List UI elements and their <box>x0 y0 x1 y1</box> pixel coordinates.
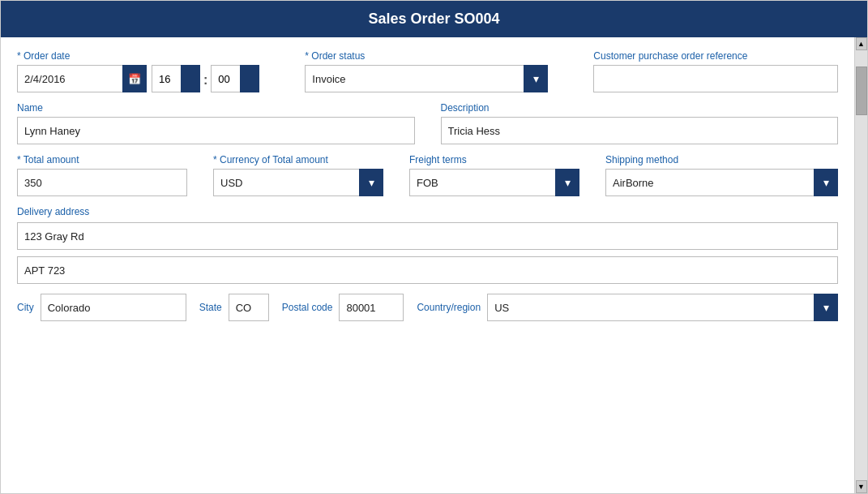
freight-select[interactable]: FOBCIFEXWDDP <box>409 169 579 196</box>
order-status-select-wrapper: Invoice Draft Confirmed Cancelled <box>305 65 548 92</box>
scrollbar[interactable]: ▲ ▼ <box>854 37 867 493</box>
title-bar: Sales Order SO004 <box>1 1 867 37</box>
currency-select-wrapper: USDEURGBPCAD <box>213 169 383 196</box>
order-date-group: Order date 📅 16 0001020812 <box>17 50 259 92</box>
city-state-row: City State Postal code Country/region US… <box>17 294 838 321</box>
state-label: State <box>199 302 222 313</box>
page-title: Sales Order SO004 <box>368 11 499 27</box>
description-label: Description <box>441 102 839 114</box>
scroll-up-arrow[interactable]: ▲ <box>856 37 867 50</box>
currency-select[interactable]: USDEURGBPCAD <box>213 169 383 196</box>
postal-input[interactable] <box>339 294 404 321</box>
state-input[interactable] <box>229 294 269 321</box>
name-input[interactable] <box>17 117 415 144</box>
name-label: Name <box>17 102 415 114</box>
scroll-down-arrow[interactable]: ▼ <box>856 480 867 493</box>
shipping-method-label: Shipping method <box>605 154 838 165</box>
postal-label: Postal code <box>282 302 333 313</box>
customer-po-input[interactable] <box>593 65 838 92</box>
address-line2-input[interactable] <box>17 256 838 284</box>
order-status-group: Order status Invoice Draft Confirmed Can… <box>305 50 548 92</box>
delivery-address-label: Delivery address <box>17 206 838 217</box>
city-label: City <box>17 302 34 313</box>
freight-terms-group: Freight terms FOBCIFEXWDDP <box>409 154 579 196</box>
freight-terms-label: Freight terms <box>409 154 579 165</box>
country-select[interactable]: USCAMXGBAU <box>487 294 838 321</box>
address-line1-input[interactable] <box>17 222 838 250</box>
name-group: Name <box>17 102 415 144</box>
total-amount-input[interactable] <box>17 169 187 196</box>
order-date-label: Order date <box>17 50 259 62</box>
order-status-select[interactable]: Invoice Draft Confirmed Cancelled <box>305 65 548 92</box>
shipping-select-wrapper: AirBorneGroundExpressOvernight <box>605 169 838 196</box>
minute-select[interactable]: 00 153045 <box>211 65 259 92</box>
currency-label: Currency of Total amount <box>213 154 383 165</box>
description-input[interactable] <box>441 117 839 144</box>
country-select-wrapper: USCAMXGBAU <box>487 294 838 321</box>
shipping-method-group: Shipping method AirBorneGroundExpressOve… <box>605 154 838 196</box>
scroll-thumb[interactable] <box>856 67 867 115</box>
total-amount-group: Total amount <box>17 154 187 196</box>
description-group: Description <box>441 102 839 144</box>
minute-select-wrapper: 00 153045 <box>211 65 259 92</box>
total-amount-label: Total amount <box>17 154 187 165</box>
order-date-input[interactable] <box>17 65 122 92</box>
customer-po-label: Customer purchase order reference <box>593 50 838 62</box>
calendar-button[interactable]: 📅 <box>122 65 147 92</box>
delivery-address-section: Delivery address City State Postal code … <box>17 206 838 321</box>
city-input[interactable] <box>41 294 186 321</box>
freight-select-wrapper: FOBCIFEXWDDP <box>409 169 579 196</box>
currency-group: Currency of Total amount USDEURGBPCAD <box>213 154 383 196</box>
time-separator: : <box>203 73 207 92</box>
hour-select[interactable]: 16 0001020812 <box>152 65 200 92</box>
hour-select-wrapper: 16 0001020812 <box>152 65 200 92</box>
order-status-label: Order status <box>305 50 548 62</box>
customer-po-group: Customer purchase order reference <box>593 50 838 92</box>
shipping-select[interactable]: AirBorneGroundExpressOvernight <box>605 169 838 196</box>
country-label: Country/region <box>417 302 481 313</box>
